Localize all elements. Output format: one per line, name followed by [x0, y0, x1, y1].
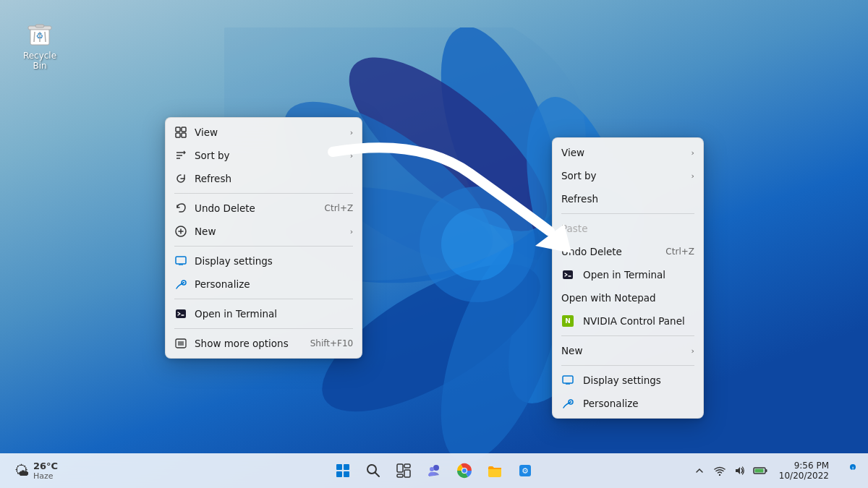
menu-item-new2[interactable]: New ›: [553, 339, 703, 362]
menu-item-sort-by2[interactable]: Sort by ›: [553, 164, 703, 187]
task-view-button[interactable]: [391, 458, 417, 484]
svg-rect-47: [336, 471, 342, 477]
personalize2-label: Personalize: [583, 398, 694, 409]
file-explorer-button[interactable]: [482, 458, 508, 484]
separator-1: [174, 193, 353, 194]
task-view-icon: [396, 463, 411, 478]
menu-item-refresh[interactable]: Refresh: [166, 167, 362, 190]
open-notepad2-label: Open with Notepad: [561, 292, 694, 304]
menu-item-view2[interactable]: View ›: [553, 141, 703, 164]
terminal-icon: [174, 307, 187, 320]
menu-item-display-settings[interactable]: Display settings: [166, 249, 362, 273]
show-more-shortcut: Shift+F10: [310, 338, 354, 348]
weather-icon: 🌤: [14, 462, 29, 479]
weather-desc: Haze: [33, 471, 58, 481]
svg-rect-51: [397, 464, 403, 472]
menu-item-refresh2[interactable]: Refresh: [553, 187, 703, 210]
svg-rect-52: [404, 464, 410, 468]
tray-expand-button[interactable]: [691, 462, 708, 479]
svg-rect-19: [182, 127, 186, 132]
chrome-button[interactable]: [451, 458, 477, 484]
menu-item-paste2[interactable]: Paste: [553, 217, 703, 240]
display-settings2-label: Display settings: [583, 374, 694, 386]
separator-3: [174, 299, 353, 299]
notification-button[interactable]: !: [839, 461, 859, 481]
display-settings-icon: [174, 254, 187, 267]
teams-button[interactable]: [421, 458, 447, 484]
volume-icon: [734, 466, 746, 476]
paste2-label: Paste: [561, 223, 694, 234]
taskbar: 🌤 26°C Haze: [0, 453, 868, 488]
svg-rect-13: [35, 25, 44, 27]
start-button[interactable]: [330, 458, 356, 484]
new2-arrow: ›: [692, 346, 694, 356]
new-icon: [174, 225, 187, 238]
windows-security-button[interactable]: ⚙: [512, 458, 538, 484]
show-more-icon: [174, 337, 187, 350]
clock-display[interactable]: 9:56 PM 10/20/2022: [775, 459, 833, 482]
recycle-bin-icon[interactable]: ♻ Recycle Bin: [14, 14, 65, 74]
show-more-label: Show more options: [195, 338, 289, 349]
svg-rect-28: [176, 257, 186, 264]
taskbar-left: 🌤 26°C Haze: [9, 458, 117, 484]
svg-point-59: [462, 468, 467, 473]
svg-point-55: [433, 465, 439, 471]
svg-line-50: [375, 473, 380, 477]
svg-rect-41: [563, 376, 573, 383]
search-button[interactable]: [360, 458, 386, 484]
view-label: View: [195, 127, 343, 138]
svg-rect-48: [344, 471, 349, 477]
menu-item-open-terminal[interactable]: Open in Terminal: [166, 302, 362, 325]
new-label: New: [195, 226, 343, 237]
taskbar-center: ⚙: [330, 458, 538, 484]
new-arrow: ›: [350, 227, 353, 236]
teams-icon: [426, 463, 442, 479]
system-tray: [691, 462, 769, 479]
display-settings-label: Display settings: [195, 255, 353, 267]
svg-point-63: [719, 474, 720, 476]
svg-rect-46: [344, 464, 349, 470]
menu-item-new[interactable]: New ›: [166, 220, 362, 243]
menu-item-open-notepad2[interactable]: Open with Notepad: [553, 286, 703, 309]
wifi-icon: [714, 466, 726, 476]
menu-item-view[interactable]: View ›: [166, 121, 362, 144]
battery-button[interactable]: [752, 462, 769, 479]
wifi-button[interactable]: [711, 462, 728, 479]
svg-rect-20: [176, 133, 180, 137]
sort-by-arrow: ›: [350, 151, 353, 160]
separator-4: [174, 328, 353, 329]
menu-item-display-settings2[interactable]: Display settings: [553, 369, 703, 392]
open-terminal-label: Open in Terminal: [195, 308, 353, 320]
separator2-1: [561, 213, 694, 214]
separator-2: [174, 246, 353, 247]
notification-icon: !: [843, 464, 856, 477]
svg-rect-29: [179, 264, 183, 265]
menu-item-nvidia2[interactable]: N NVIDIA Control Panel: [553, 309, 703, 333]
undo-delete-label: Undo Delete: [195, 202, 303, 214]
chrome-icon: [456, 463, 472, 479]
menu-item-show-more[interactable]: Show more options Shift+F10: [166, 332, 362, 355]
svg-line-16: [45, 32, 46, 42]
menu-item-sort-by[interactable]: Sort by ›: [166, 144, 362, 167]
menu-item-undo-delete2[interactable]: Undo Delete Ctrl+Z: [553, 240, 703, 263]
recycle-bin-image: ♻: [25, 17, 55, 48]
personalize-icon: [174, 278, 187, 291]
svg-rect-21: [182, 133, 186, 137]
sort-by2-label: Sort by: [561, 170, 684, 181]
personalize2-icon: [561, 397, 574, 410]
weather-temp: 26°C: [33, 461, 58, 471]
file-explorer-icon: [487, 463, 503, 479]
svg-rect-42: [566, 383, 570, 385]
weather-widget[interactable]: 🌤 26°C Haze: [9, 458, 64, 484]
undo-delete-shortcut: Ctrl+Z: [325, 203, 354, 213]
menu-item-personalize[interactable]: Personalize: [166, 273, 362, 296]
undo-delete2-label: Undo Delete: [561, 246, 644, 257]
sort-by2-arrow: ›: [692, 171, 694, 181]
recycle-bin-label: Recycle Bin: [17, 51, 62, 71]
refresh2-label: Refresh: [561, 193, 694, 205]
undo-delete2-shortcut: Ctrl+Z: [665, 247, 694, 257]
volume-button[interactable]: [731, 462, 749, 479]
menu-item-personalize2[interactable]: Personalize: [553, 392, 703, 415]
menu-item-undo-delete[interactable]: Undo Delete Ctrl+Z: [166, 197, 362, 220]
menu-item-open-terminal2[interactable]: Open in Terminal: [553, 263, 703, 286]
